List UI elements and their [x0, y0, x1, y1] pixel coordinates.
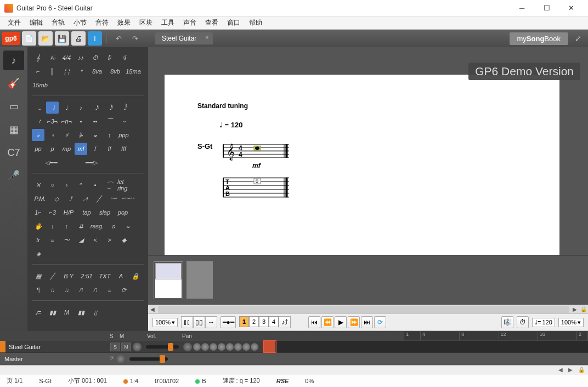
fingering-right-button[interactable]: ⌐3: [46, 206, 59, 218]
lyrics-panel-tab[interactable]: 🎤: [3, 166, 24, 186]
timer-button[interactable]: ◈: [32, 248, 44, 260]
accent3-button[interactable]: >: [103, 234, 116, 246]
mysongbook-button[interactable]: mySongBook: [510, 32, 568, 45]
menu-file[interactable]: 文件: [3, 17, 25, 29]
metronome-button[interactable]: 🎼: [501, 316, 513, 328]
zoom-left-select[interactable]: 100%▾: [152, 318, 178, 327]
staccato-button[interactable]: •: [89, 179, 101, 191]
mf-button[interactable]: mf: [75, 143, 87, 155]
marker-jump-button[interactable]: ♪⤴: [279, 316, 291, 328]
menu-note[interactable]: 音符: [91, 17, 113, 29]
15mb-button[interactable]: 15mb: [32, 79, 48, 91]
tuplet2-button[interactable]: ⌐n¬: [60, 115, 73, 127]
auto1-button[interactable]: ♫: [46, 284, 59, 296]
barre-button[interactable]: ◆: [117, 234, 130, 246]
auto2-button[interactable]: ♫: [60, 284, 73, 296]
accent-button[interactable]: ›: [60, 179, 73, 191]
hammer-pull-button[interactable]: H/P: [60, 206, 77, 218]
triplet-feel-button[interactable]: ♪♪: [75, 52, 87, 64]
wah-button[interactable]: 〜: [60, 234, 73, 246]
document-tab[interactable]: Steel Guitar ×: [155, 32, 213, 44]
vol-auto-button[interactable]: ▮▮: [46, 306, 59, 318]
volume-slider[interactable]: [146, 345, 179, 349]
eighth-note-button[interactable]: ♪: [75, 102, 87, 114]
dotted-button[interactable]: •: [75, 115, 87, 127]
keysig-button[interactable]: ♯♭: [46, 52, 59, 64]
brush-button[interactable]: 🖐: [32, 220, 44, 232]
track-lock-icon[interactable]: 🔒: [578, 367, 586, 373]
marker-1-button[interactable]: 1: [239, 316, 249, 327]
flam-button[interactable]: ♬: [107, 220, 120, 232]
menu-window[interactable]: 窗口: [223, 17, 245, 29]
mute-button[interactable]: M: [121, 343, 131, 351]
rasgueado-button[interactable]: rasg.: [89, 220, 105, 232]
bend-button[interactable]: ⤴: [64, 193, 77, 205]
lock-button[interactable]: 🔒: [129, 270, 142, 282]
maximize-button[interactable]: ☐: [534, 1, 559, 16]
pan-knob[interactable]: [183, 343, 192, 351]
pickstroke-button[interactable]: ⇊: [75, 220, 87, 232]
8va-button[interactable]: 8va: [89, 65, 105, 77]
sixteenth-note-button[interactable]: 𝅘𝅥𝅯: [89, 102, 101, 114]
menu-track[interactable]: 音轨: [47, 17, 69, 29]
tab-close-icon[interactable]: ×: [205, 34, 208, 41]
tremolo-picking-button[interactable]: ≡: [46, 234, 59, 246]
play-button[interactable]: ▶: [335, 316, 347, 328]
barre-text-button[interactable]: B Y: [60, 270, 77, 282]
track-scroll-right[interactable]: ▶: [568, 367, 576, 373]
menu-edit[interactable]: 编辑: [25, 17, 47, 29]
print-button[interactable]: 🖨: [71, 31, 86, 46]
auto4-button[interactable]: ⎍: [89, 284, 101, 296]
half-note-button[interactable]: 𝅗𝅥: [46, 102, 59, 114]
eq-knobs[interactable]: [193, 343, 258, 351]
two-page-button[interactable]: ▯▯: [193, 316, 205, 328]
marker-3-button[interactable]: 3: [259, 316, 269, 327]
go-start-button[interactable]: ⏮: [308, 316, 320, 328]
flat-button[interactable]: ♭: [32, 129, 44, 141]
direction-button[interactable]: ¶: [32, 284, 44, 296]
sharp-button[interactable]: ♯: [60, 129, 73, 141]
palm-mute-button[interactable]: P.M.: [32, 193, 48, 205]
pan-auto-button[interactable]: M: [60, 306, 73, 318]
scroll-right-icon[interactable]: ▶: [570, 306, 579, 312]
tempo-box[interactable]: ♩= 120: [532, 318, 555, 327]
thirtysecond-note-button[interactable]: 𝅘𝅥𝅰: [103, 102, 116, 114]
close-button[interactable]: ✕: [559, 1, 584, 16]
horz-view-button[interactable]: ↔: [205, 316, 217, 328]
double-dotted-button[interactable]: ••: [89, 115, 101, 127]
chord-grid-button[interactable]: ▦: [32, 270, 44, 282]
auto-end-button[interactable]: ▯: [89, 306, 101, 318]
clef-button[interactable]: 𝄞: [32, 52, 44, 64]
slap-button[interactable]: slap: [97, 206, 113, 218]
fff-button[interactable]: fff: [117, 143, 130, 155]
p-button[interactable]: p: [46, 143, 59, 155]
barline-button[interactable]: ║: [46, 65, 59, 77]
info-button[interactable]: i: [88, 31, 102, 46]
lock-icon[interactable]: 🔒: [579, 306, 588, 312]
tap-button[interactable]: tap: [78, 206, 95, 218]
tremolo-bar-button[interactable]: ⩘: [78, 193, 91, 205]
coda-button[interactable]: 𝄌: [75, 65, 87, 77]
tuplet-button[interactable]: ⌐3¬: [46, 115, 59, 127]
harmonic-button[interactable]: ◇: [50, 193, 63, 205]
marker-2-button[interactable]: 2: [249, 316, 259, 327]
quarter-note-button[interactable]: ♩: [60, 102, 73, 114]
f-button[interactable]: f: [89, 143, 101, 155]
8vb-button[interactable]: 8vb: [107, 65, 123, 77]
text-button[interactable]: TXT: [97, 270, 113, 282]
repeat-close-button[interactable]: 𝄇: [117, 52, 130, 64]
instrument-panel-tab[interactable]: 🎸: [3, 74, 24, 93]
15ma-button[interactable]: 15ma: [125, 65, 142, 77]
rewind-button[interactable]: ⏪: [321, 316, 333, 328]
crescendo-button[interactable]: ◁━━: [32, 156, 70, 169]
accent2-button[interactable]: <: [89, 234, 101, 246]
marker-4-button[interactable]: 4: [269, 316, 279, 327]
sixtyfourth-note-button[interactable]: 𝅘𝅥𝅱: [117, 102, 130, 114]
heavy-accent-button[interactable]: ^: [75, 179, 87, 191]
edition-panel-tab[interactable]: ♪: [3, 51, 24, 70]
auto3-button[interactable]: ⎍: [75, 284, 87, 296]
timer-text-button[interactable]: 2:51: [78, 270, 95, 282]
double-flat-button[interactable]: 𝄫: [75, 129, 87, 141]
track-scroll-left[interactable]: ◀: [558, 367, 566, 373]
menu-help[interactable]: 帮助: [245, 17, 267, 29]
